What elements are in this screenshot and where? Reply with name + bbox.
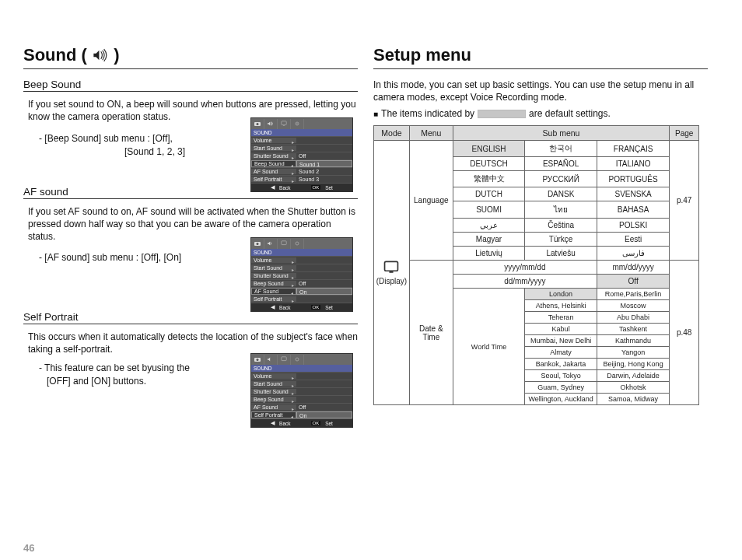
mini-row-self: Self Portrait xyxy=(254,412,283,418)
mini-foot-back: Back xyxy=(279,305,290,310)
wt-cell: Kabul xyxy=(525,324,597,335)
lang-cell: Lietuvių xyxy=(453,247,525,261)
svg-point-5 xyxy=(296,123,297,124)
wt-cell: Kathmandu xyxy=(597,335,669,347)
sound-title: Sound ( xyxy=(23,45,87,65)
mini-foot-ok: OK xyxy=(311,421,321,425)
lang-cell: PORTUGUÊS xyxy=(597,171,669,187)
wt-cell: London xyxy=(525,289,597,300)
setup-intro: In this mode, you can set up basic setti… xyxy=(373,79,708,103)
page-number: 46 xyxy=(23,542,34,554)
mini-row-start: Start Sound xyxy=(254,145,282,151)
mini-val-on: On xyxy=(296,288,352,295)
setup-title: Setup menu xyxy=(373,45,471,65)
svg-rect-3 xyxy=(283,125,285,126)
wt-cell: Teheran xyxy=(525,312,597,324)
lang-cell: DANSK xyxy=(525,187,597,201)
mini-foot-ok: OK xyxy=(311,305,321,310)
mini-crumb: SOUND xyxy=(251,129,352,136)
wt-cell: Almaty xyxy=(525,347,597,359)
camera-icon xyxy=(251,239,264,249)
chevron-right-icon: ▸ xyxy=(292,147,294,152)
lang-cell: DEUTSCH xyxy=(453,157,525,171)
menu-language: Language xyxy=(409,141,453,261)
bullet-pre: The items indicated by xyxy=(381,108,474,119)
lang-cell: DUTCH xyxy=(453,187,525,201)
lang-cell: 繁體中文 xyxy=(453,171,525,187)
page-language: p.47 xyxy=(670,141,699,261)
chevron-right-icon: ▸ xyxy=(292,139,294,145)
back-triangle-icon: ◀ xyxy=(271,420,275,426)
wt-cell: Rome,Paris,Berlin xyxy=(597,289,669,300)
svg-point-7 xyxy=(257,243,259,245)
mini-row-af: AF Sound xyxy=(254,289,278,294)
mode-display-cell: (Display) xyxy=(374,141,410,405)
page-datetime: p.48 xyxy=(670,261,699,405)
default-swatch xyxy=(478,110,526,118)
th-menu: Menu xyxy=(409,126,453,141)
mini-row-beep: Beep Sound xyxy=(254,161,285,166)
bullet-post: are default settings. xyxy=(529,108,611,119)
mode-display-label: (Display) xyxy=(376,277,407,285)
wt-cell: Bankok, Jakarta xyxy=(525,359,597,370)
speaker-tab-icon xyxy=(264,119,278,129)
speaker-tab-icon xyxy=(264,355,278,365)
wt-cell: Guam, Sydney xyxy=(525,382,597,394)
mini-crumb: SOUND xyxy=(251,249,352,256)
lang-cell: FRANÇAIS xyxy=(597,141,669,157)
mini-foot-set: Set xyxy=(325,305,333,310)
wt-cell: Abu Dhabi xyxy=(597,312,669,324)
display-tab-icon xyxy=(278,239,291,249)
wt-cell: Okhotsk xyxy=(597,382,669,394)
chevron-right-icon: ▸ xyxy=(292,155,294,160)
wt-cell: Tashkent xyxy=(597,324,669,335)
lang-cell: SUOMI xyxy=(453,201,525,219)
lang-cell: Türkçe xyxy=(525,233,597,247)
svg-point-13 xyxy=(296,358,299,361)
th-submenu: Sub menu xyxy=(453,126,670,141)
af-section-heading: AF sound xyxy=(23,186,358,199)
world-time-label: World Time xyxy=(453,289,525,405)
mini-row-self: Self Portrait xyxy=(254,177,282,182)
svg-rect-15 xyxy=(390,271,394,273)
display-tab-icon xyxy=(278,355,291,365)
wt-cell: Moscow xyxy=(597,300,669,312)
mini-val-sound1: Sound 1 xyxy=(296,160,352,167)
wt-cell: Wellington, Auckland xyxy=(525,394,597,405)
mini-row-volume: Volume xyxy=(254,373,271,379)
datefmt-cell: mm/dd/yyyy xyxy=(597,261,669,275)
beep-mini-screenshot: SOUND Volume▸ Start Sound▸ Shutter Sound… xyxy=(250,117,353,192)
svg-rect-14 xyxy=(385,262,398,271)
mini-row-af: AF Sound xyxy=(254,169,278,174)
mini-row-volume: Volume xyxy=(254,257,271,263)
speaker-icon xyxy=(92,45,114,65)
camera-icon xyxy=(251,119,264,129)
lang-cell: Latviešu xyxy=(525,247,597,261)
lang-cell: 한국어 xyxy=(525,141,597,157)
th-mode: Mode xyxy=(374,126,410,141)
svg-rect-2 xyxy=(282,121,286,125)
lang-cell: Magyar xyxy=(453,233,525,247)
mini-foot-set: Set xyxy=(325,421,333,426)
mini-val-on: On xyxy=(296,411,352,418)
lang-cell: Čeština xyxy=(525,219,597,233)
mini-crumb: SOUND xyxy=(251,365,352,372)
gear-tab-icon xyxy=(291,119,304,129)
wt-cell: Darwin, Adelaide xyxy=(597,370,669,382)
square-bullet-icon: ■ xyxy=(373,110,378,118)
af-mini-screenshot: SOUND Volume▸ Start Sound▸ Shutter Sound… xyxy=(250,237,353,312)
lang-cell: ESPAÑOL xyxy=(525,157,597,171)
datefmt-off-cell: Off xyxy=(597,275,669,289)
back-triangle-icon: ◀ xyxy=(271,304,275,310)
chevron-right-icon: ▸ xyxy=(292,178,294,184)
mini-val-sound3: Sound 3 xyxy=(296,177,352,182)
mini-val-sound2: Sound 2 xyxy=(296,169,352,174)
mini-row-shutter: Shutter Sound xyxy=(254,273,289,278)
mini-row-shutter: Shutter Sound xyxy=(254,389,289,394)
wt-cell: Mumbai, New Delhi xyxy=(525,335,597,347)
chevron-left-icon: ◂ xyxy=(291,163,293,168)
lang-cell: فارسی xyxy=(597,247,669,261)
wt-cell: Beijing, Hong Kong xyxy=(597,359,669,370)
mini-row-start: Start Sound xyxy=(254,265,282,271)
lang-cell: РУССКИЙ xyxy=(525,171,597,187)
